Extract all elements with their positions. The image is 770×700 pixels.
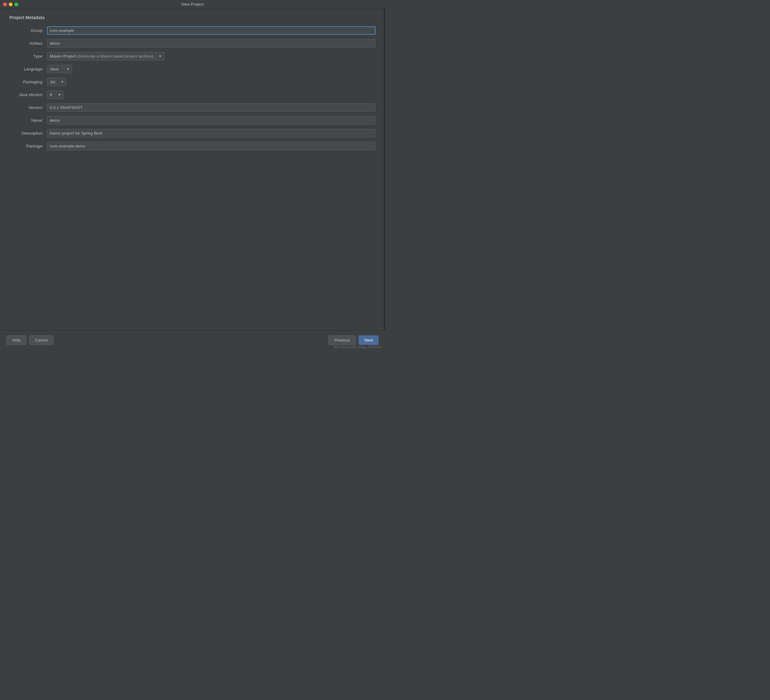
dialog-content: Project Metadata Group: Artifact: Type: … <box>0 9 385 161</box>
description-row: Description: <box>10 129 375 137</box>
bottom-bar: Help Cancel Previous Next <box>0 330 385 350</box>
language-select-wrapper: Java Kotlin Groovy ▼ <box>47 65 72 73</box>
bottom-right-buttons: Previous Next <box>328 335 379 345</box>
type-select-wrapper[interactable]: Maven Project (Generate a Maven based pr… <box>47 52 165 60</box>
artifact-input[interactable] <box>47 39 375 48</box>
window-title: New Project <box>181 2 203 6</box>
close-button[interactable] <box>3 3 7 6</box>
type-select-text: Maven Project (Generate a Maven based pr… <box>47 52 156 60</box>
version-input-wrapper <box>47 103 375 112</box>
java-version-label: Java Version: <box>10 92 47 97</box>
java-version-row: Java Version: 8 11 17 ▼ <box>10 90 375 99</box>
group-label: Group: <box>10 28 47 33</box>
package-input[interactable] <box>47 142 375 150</box>
type-value: Maven Project <box>50 54 76 58</box>
type-dropdown-arrow[interactable]: ▼ <box>156 53 164 60</box>
version-row: Version: <box>10 103 375 112</box>
name-input[interactable] <box>47 116 375 124</box>
next-button[interactable]: Next <box>358 335 379 345</box>
watermark: https://blog.csdn.net/qq_34829911 <box>334 345 382 349</box>
version-label: Version: <box>10 105 47 110</box>
package-input-wrapper <box>47 142 375 150</box>
help-button[interactable]: Help <box>6 335 27 345</box>
maximize-button[interactable] <box>15 3 18 6</box>
right-border <box>384 9 385 330</box>
description-input[interactable] <box>47 129 375 137</box>
type-row: Type: Maven Project (Generate a Maven ba… <box>10 52 375 60</box>
language-label: Language: <box>10 67 47 71</box>
description-input-wrapper <box>47 129 375 137</box>
bottom-left-buttons: Help Cancel <box>6 335 53 345</box>
package-label: Package: <box>10 144 47 148</box>
cancel-button[interactable]: Cancel <box>29 335 53 345</box>
artifact-input-wrapper <box>47 39 375 48</box>
artifact-row: Artifact: <box>10 39 375 48</box>
java-version-select-wrapper: 8 11 17 ▼ <box>47 90 63 99</box>
packaging-select[interactable]: Jar War <box>47 77 66 86</box>
packaging-row: Packaging: Jar War ▼ <box>10 77 375 86</box>
group-input-wrapper <box>47 26 375 35</box>
type-description: (Generate a Maven based project archive) <box>77 54 154 58</box>
artifact-label: Artifact: <box>10 41 47 46</box>
type-label: Type: <box>10 54 47 58</box>
group-row: Group: <box>10 26 375 35</box>
minimize-button[interactable] <box>9 3 13 6</box>
section-title: Project Metadata <box>10 15 375 20</box>
name-row: Name: <box>10 116 375 124</box>
previous-button[interactable]: Previous <box>328 335 356 345</box>
java-version-select[interactable]: 8 11 17 <box>47 90 63 99</box>
language-row: Language: Java Kotlin Groovy ▼ <box>10 65 375 73</box>
traffic-lights <box>3 3 18 6</box>
language-select[interactable]: Java Kotlin Groovy <box>47 65 72 73</box>
title-bar: New Project <box>0 0 385 9</box>
name-input-wrapper <box>47 116 375 124</box>
group-input[interactable] <box>47 26 375 35</box>
name-label: Name: <box>10 118 47 123</box>
packaging-label: Packaging: <box>10 79 47 84</box>
version-input[interactable] <box>47 103 375 112</box>
package-row: Package: <box>10 142 375 150</box>
description-label: Description: <box>10 131 47 135</box>
packaging-select-wrapper: Jar War ▼ <box>47 77 66 86</box>
